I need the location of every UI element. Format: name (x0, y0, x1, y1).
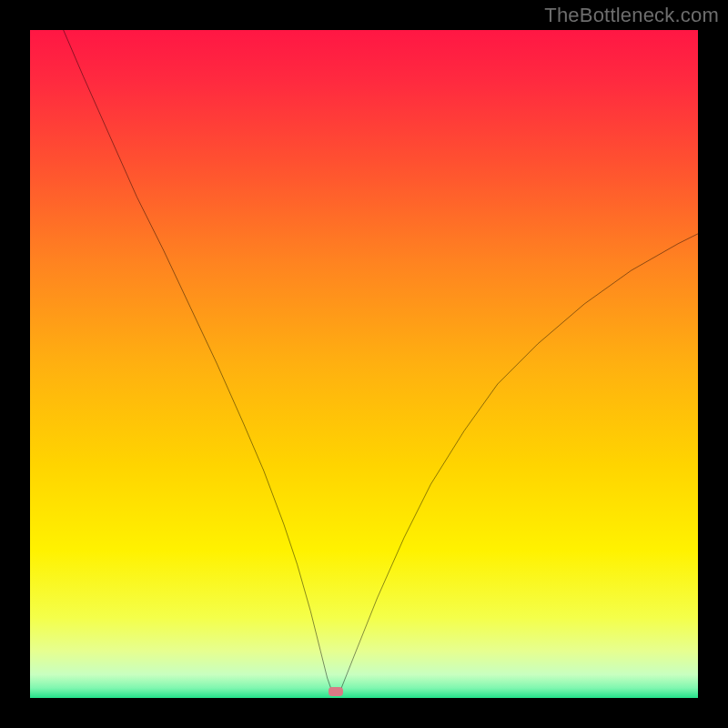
optimal-marker (329, 687, 343, 696)
gradient-background (30, 30, 698, 698)
plot-area (30, 30, 698, 698)
bottleneck-chart-svg (30, 30, 698, 698)
chart-frame: TheBottleneck.com (0, 0, 728, 728)
watermark-text: TheBottleneck.com (544, 4, 719, 27)
